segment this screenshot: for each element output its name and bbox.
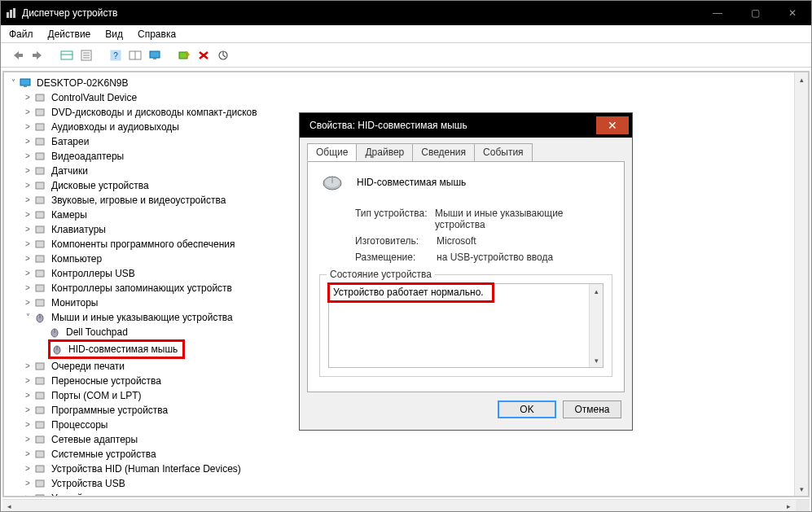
expand-icon[interactable]: > xyxy=(22,149,33,164)
expand-icon[interactable]: > xyxy=(22,134,33,149)
ok-button[interactable]: OK xyxy=(498,400,556,418)
properties-icon[interactable] xyxy=(77,46,95,64)
uninstall-icon[interactable] xyxy=(195,46,213,64)
expand-icon[interactable]: > xyxy=(22,164,33,178)
forward-icon[interactable] xyxy=(29,46,46,64)
expand-icon[interactable]: > xyxy=(22,266,33,281)
scroll-down-icon[interactable]: ▾ xyxy=(590,353,603,367)
monitor-icon[interactable] xyxy=(146,46,164,64)
tree-category[interactable]: >ControlVault Device xyxy=(7,90,808,105)
expand-icon[interactable]: > xyxy=(22,462,33,476)
scroll-up-icon[interactable]: ▴ xyxy=(590,284,603,298)
tree-category[interactable]: >Устройства HID (Human Interface Devices… xyxy=(7,462,808,476)
help-icon[interactable]: ? xyxy=(107,46,125,64)
scroll-up-icon[interactable]: ▴ xyxy=(795,72,808,86)
expand-icon[interactable]: > xyxy=(22,208,33,222)
category-icon xyxy=(33,223,46,236)
expand-icon[interactable]: > xyxy=(22,432,33,447)
expand-icon[interactable]: > xyxy=(22,222,33,237)
menubar: Файл Действие Вид Справка xyxy=(1,25,811,43)
scroll-left-icon[interactable]: ◂ xyxy=(2,500,16,512)
details-icon[interactable] xyxy=(126,46,144,64)
expand-icon[interactable]: > xyxy=(22,403,33,418)
cancel-button[interactable]: Отмена xyxy=(563,400,621,418)
svg-text:?: ? xyxy=(113,51,118,60)
expand-icon[interactable]: > xyxy=(22,281,33,295)
category-icon xyxy=(33,282,46,295)
tree-root[interactable]: ˅ DESKTOP-02K6N9B xyxy=(7,76,808,90)
expand-icon[interactable]: > xyxy=(22,359,33,374)
svg-rect-48 xyxy=(36,422,44,428)
expand-icon[interactable]: ˅ xyxy=(22,310,33,325)
svg-rect-29 xyxy=(36,182,44,189)
menu-view[interactable]: Вид xyxy=(105,28,123,40)
expand-icon[interactable]: > xyxy=(22,252,33,266)
scroll-right-icon[interactable]: ▸ xyxy=(782,500,796,512)
tree-category[interactable]: >Сетевые адаптеры xyxy=(7,432,808,447)
separator xyxy=(165,46,173,64)
expand-icon[interactable]: > xyxy=(22,388,33,403)
menu-file[interactable]: Файл xyxy=(9,28,33,40)
menu-action[interactable]: Действие xyxy=(48,28,91,40)
tree-item-label: Процессоры xyxy=(50,418,110,432)
expand-icon[interactable]: > xyxy=(22,120,33,134)
expand-icon[interactable]: > xyxy=(22,295,33,310)
expand-icon[interactable]: > xyxy=(22,178,33,193)
dialog-titlebar[interactable]: Свойства: HID-совместимая мышь ✕ xyxy=(300,113,632,138)
scroll-track[interactable] xyxy=(590,298,603,353)
category-icon xyxy=(33,179,46,192)
expand-icon[interactable]: > xyxy=(22,447,33,462)
status-scrollbar[interactable]: ▴ ▾ xyxy=(589,284,603,367)
menu-help[interactable]: Справка xyxy=(138,28,176,40)
svg-rect-32 xyxy=(36,226,44,233)
category-icon xyxy=(33,389,46,402)
status-text: Устройство работает нормально. xyxy=(327,282,494,303)
tree-item-label: Контроллеры запоминающих устройств xyxy=(50,281,234,295)
svg-rect-2 xyxy=(13,8,15,18)
vertical-scrollbar[interactable]: ▴ ▾ xyxy=(794,72,808,496)
svg-rect-36 xyxy=(36,285,44,291)
tree-root-label: DESKTOP-02K6N9B xyxy=(35,76,130,90)
scroll-track[interactable] xyxy=(16,500,782,512)
collapse-icon[interactable]: ˅ xyxy=(7,76,19,90)
svg-rect-34 xyxy=(36,256,44,262)
svg-rect-0 xyxy=(7,12,9,18)
svg-rect-3 xyxy=(19,54,23,57)
back-icon[interactable] xyxy=(9,46,27,64)
update-driver-icon[interactable] xyxy=(214,46,232,64)
tree-category[interactable]: >Устройства USB xyxy=(7,476,808,491)
tree-category[interactable]: >Устройства чтения смарт-карт xyxy=(7,491,808,497)
category-icon xyxy=(33,106,46,119)
device-status-textarea[interactable]: Устройство работает нормально. ▴ ▾ xyxy=(328,283,604,368)
category-icon xyxy=(33,252,46,265)
scan-hardware-icon[interactable] xyxy=(175,46,193,64)
show-hidden-icon[interactable] xyxy=(58,46,76,64)
tree-item-label: Переносные устройства xyxy=(50,374,163,388)
expand-icon[interactable]: > xyxy=(22,374,33,388)
tab-general[interactable]: Общие xyxy=(307,143,357,161)
tree-item-label: Клавиатуры xyxy=(50,222,108,237)
tab-details[interactable]: Сведения xyxy=(412,143,475,161)
close-button[interactable]: ✕ xyxy=(774,1,811,25)
scroll-track[interactable] xyxy=(795,86,808,482)
tree-item-label: Системные устройства xyxy=(50,447,158,462)
tree-item-label: Звуковые, игровые и видеоустройства xyxy=(50,193,227,208)
maximize-button[interactable]: ▢ xyxy=(736,1,774,25)
scroll-down-icon[interactable]: ▾ xyxy=(795,482,808,496)
mouse-icon xyxy=(319,173,345,191)
tree-item-label: Очереди печати xyxy=(50,359,126,374)
expand-icon[interactable]: > xyxy=(22,193,33,208)
expand-icon[interactable]: > xyxy=(22,418,33,432)
tab-events[interactable]: События xyxy=(474,143,533,161)
expand-icon[interactable]: > xyxy=(22,90,33,105)
manufacturer-value: Microsoft xyxy=(437,235,476,247)
tree-category[interactable]: >Системные устройства xyxy=(7,447,808,462)
expand-icon[interactable]: > xyxy=(22,105,33,120)
minimize-button[interactable]: — xyxy=(699,1,736,25)
expand-icon[interactable]: > xyxy=(22,237,33,252)
horizontal-scrollbar[interactable]: ◂ ▸ xyxy=(2,499,810,512)
dialog-close-button[interactable]: ✕ xyxy=(596,116,629,134)
expand-icon[interactable]: > xyxy=(22,476,33,491)
tab-driver[interactable]: Драйвер xyxy=(356,143,413,161)
expand-icon[interactable]: > xyxy=(22,491,33,497)
